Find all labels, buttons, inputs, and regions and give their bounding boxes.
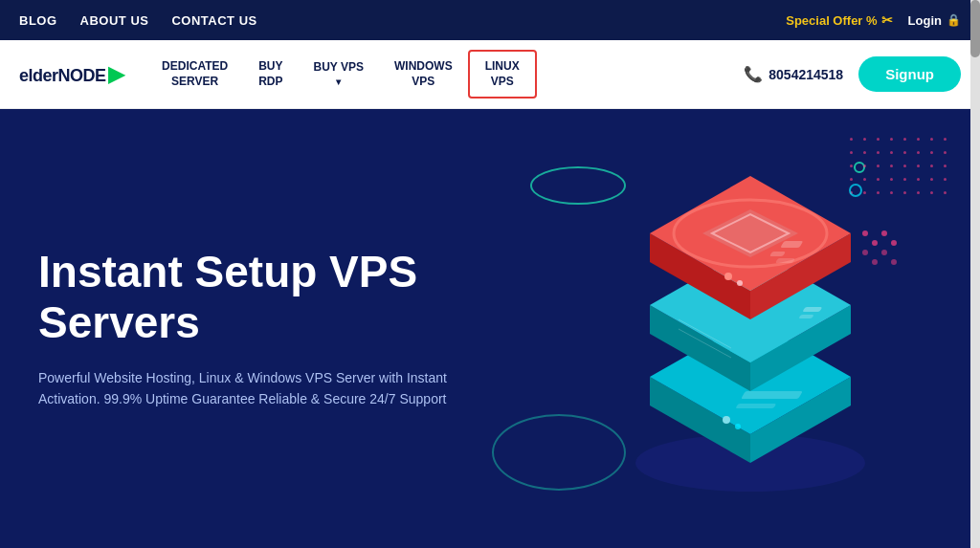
hero-content: Instant Setup VPS Servers Powerful Websi… xyxy=(0,208,536,449)
scrollbar[interactable] xyxy=(970,0,980,548)
lock-icon: 🔒 xyxy=(947,13,961,27)
buy-vps-nav[interactable]: BUY VPS ▾ xyxy=(299,53,379,96)
logo-text: elderNODE▶ xyxy=(19,62,123,87)
signup-button[interactable]: Signup xyxy=(858,56,961,92)
chevron-down-icon: ▾ xyxy=(336,76,341,88)
special-offer-label: Special Offer % xyxy=(786,13,877,28)
svg-point-31 xyxy=(862,250,868,255)
svg-point-26 xyxy=(850,185,861,196)
hero-title: Instant Setup VPS Servers xyxy=(38,247,498,348)
svg-rect-13 xyxy=(802,307,822,312)
svg-point-29 xyxy=(881,230,887,236)
top-bar-right: Special Offer % ✂ Login 🔒 xyxy=(786,12,961,28)
nav-right: 📞 8054214518 Signup xyxy=(744,56,961,92)
svg-point-6 xyxy=(723,416,730,424)
buy-vps-label: BUY VPS xyxy=(314,60,364,76)
nav-items: DEDICATEDSERVER BUYRDP BUY VPS ▾ WINDOWS… xyxy=(146,50,744,99)
svg-point-33 xyxy=(881,250,887,255)
svg-point-32 xyxy=(872,259,878,265)
top-bar-nav: BLOG ABOUT US CONTACT US xyxy=(19,13,257,28)
phone-number: 8054214518 xyxy=(768,67,843,82)
svg-point-34 xyxy=(891,259,897,265)
svg-point-22 xyxy=(737,280,743,286)
scrollbar-thumb[interactable] xyxy=(970,0,980,57)
logo-arrow-icon: ▶ xyxy=(108,62,124,86)
about-us-link[interactable]: ABOUT US xyxy=(80,13,149,28)
linux-vps-nav[interactable]: LINUXVPS xyxy=(468,50,537,99)
hero-section: Instant Setup VPS Servers Powerful Websi… xyxy=(0,109,980,548)
contact-us-link[interactable]: CONTACT US xyxy=(171,13,256,28)
dedicated-server-nav[interactable]: DEDICATEDSERVER xyxy=(146,52,243,97)
blog-link[interactable]: BLOG xyxy=(19,13,57,28)
phone-icon: 📞 xyxy=(744,65,763,83)
svg-rect-5 xyxy=(735,404,776,408)
special-offer-link[interactable]: Special Offer % ✂ xyxy=(786,12,892,28)
hero-decorations xyxy=(473,109,980,548)
svg-rect-4 xyxy=(741,391,803,399)
main-nav: elderNODE▶ DEDICATEDSERVER BUYRDP BUY VP… xyxy=(0,40,980,109)
scissors-icon: ✂ xyxy=(881,12,893,28)
buy-rdp-nav[interactable]: BUYRDP xyxy=(243,52,298,97)
hero-description: Powerful Website Hosting, Linux & Window… xyxy=(38,367,459,410)
svg-point-27 xyxy=(862,230,868,236)
logo[interactable]: elderNODE▶ xyxy=(19,62,123,87)
svg-point-7 xyxy=(735,424,741,429)
login-link[interactable]: Login 🔒 xyxy=(908,13,961,28)
svg-rect-25 xyxy=(775,258,795,263)
svg-point-28 xyxy=(872,240,878,246)
svg-point-21 xyxy=(724,273,732,280)
top-bar: BLOG ABOUT US CONTACT US Special Offer %… xyxy=(0,0,980,40)
server-illustration xyxy=(559,138,923,520)
login-label: Login xyxy=(908,13,942,28)
svg-point-30 xyxy=(891,240,897,246)
phone-link[interactable]: 📞 8054214518 xyxy=(744,65,843,83)
windows-vps-nav[interactable]: WINDOWSVPS xyxy=(379,52,468,97)
